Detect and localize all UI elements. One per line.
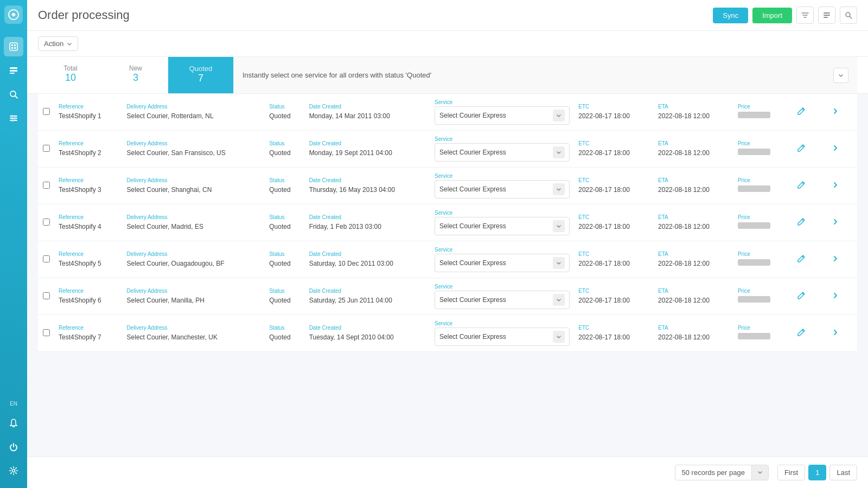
tab-quoted-label: Quoted (179, 65, 222, 73)
main-content: Order processing Sync Import (27, 0, 868, 488)
edit-button-6[interactable] (793, 327, 810, 341)
sidebar-gear[interactable] (4, 461, 23, 480)
detail-arrow-4[interactable] (827, 253, 844, 267)
status-label: Status (269, 214, 300, 220)
tab-total[interactable]: Total 10 (38, 57, 103, 93)
service-dropdown-2[interactable]: Select Courier Express (435, 180, 570, 198)
row-checkbox-4[interactable] (43, 255, 50, 262)
date-created-value: Saturday, 25 Jun 2011 04:00 (309, 297, 392, 304)
etc-cell: ETC 2022-08-17 18:00 (574, 131, 654, 168)
row-checkbox-2[interactable] (43, 182, 50, 189)
reference-value: Test4Shopify 7 (59, 333, 101, 341)
first-page-btn[interactable]: First (777, 465, 805, 480)
edit-button-3[interactable] (793, 216, 810, 230)
detail-arrow-2[interactable] (827, 179, 844, 193)
records-per-page[interactable]: 50 records per page (675, 465, 769, 480)
reference-cell: Reference Test4Shopify 3 (54, 168, 123, 204)
service-value: Select Courier Express (439, 222, 506, 230)
price-cell: Price (733, 168, 788, 204)
service-dropdown-1[interactable]: Select Courier Express (435, 143, 570, 162)
records-dropdown-arrow[interactable] (751, 465, 768, 480)
edit-cell (788, 94, 823, 131)
reference-label: Reference (59, 214, 118, 220)
sidebar-item-home[interactable] (4, 37, 23, 56)
search-icon-btn[interactable] (840, 7, 857, 24)
tab-new[interactable]: New 3 (103, 57, 168, 93)
service-dropdown-arrow[interactable] (553, 220, 565, 232)
detail-arrow-0[interactable] (827, 106, 844, 119)
service-cell: Service Select Courier Express (430, 278, 574, 315)
tab-quoted[interactable]: Quoted 7 (168, 57, 233, 93)
service-dropdown-6[interactable]: Select Courier Express (435, 328, 570, 346)
date-created-label: Date Created (309, 214, 426, 220)
filter-icon-btn[interactable] (796, 7, 814, 24)
sidebar-language[interactable]: EN (10, 401, 17, 407)
svg-rect-7 (10, 70, 17, 72)
sidebar-item-search[interactable] (4, 85, 23, 104)
sidebar-notifications[interactable] (4, 413, 23, 433)
edit-button-2[interactable] (793, 179, 810, 193)
etc-label: ETC (578, 104, 649, 110)
sidebar-item-settings[interactable] (4, 108, 23, 128)
page-1-btn[interactable]: 1 (808, 465, 826, 480)
row-checkbox-1[interactable] (43, 145, 50, 152)
eta-value: 2022-08-18 12:00 (658, 112, 710, 120)
detail-arrow-3[interactable] (827, 216, 844, 230)
sync-button[interactable]: Sync (713, 8, 748, 23)
status-cell: Status Quoted (265, 278, 304, 315)
date-created-label: Date Created (309, 251, 426, 257)
detail-arrow-5[interactable] (827, 290, 844, 304)
eta-label: ETA (658, 177, 729, 183)
service-dropdown-0[interactable]: Select Courier Express (435, 106, 570, 125)
delivery-address-label: Delivery Address (127, 140, 261, 146)
detail-arrow-1[interactable] (827, 143, 844, 156)
date-created-value: Monday, 19 Sept 2011 04:00 (309, 149, 392, 157)
row-checkbox-5[interactable] (43, 292, 50, 299)
reference-label: Reference (59, 104, 118, 110)
etc-cell: ETC 2022-08-17 18:00 (574, 168, 654, 204)
service-dropdown-arrow[interactable] (553, 257, 565, 269)
service-dropdown-3[interactable]: Select Courier Express (435, 217, 570, 235)
list-icon-btn[interactable] (818, 7, 835, 24)
etc-cell: ETC 2022-08-17 18:00 (574, 94, 654, 131)
service-dropdown-arrow[interactable] (553, 294, 565, 306)
delivery-address-value: Select Courier, Shanghai, CN (127, 186, 212, 194)
action-dropdown[interactable]: Action (38, 36, 78, 51)
row-checkbox-6[interactable] (43, 329, 50, 336)
service-cell: Service Select Courier Express (430, 315, 574, 352)
row-checkbox-cell (38, 278, 54, 315)
service-value: Select Courier Express (439, 112, 506, 119)
last-page-btn[interactable]: Last (829, 465, 857, 480)
sidebar-item-orders[interactable] (4, 61, 23, 80)
svg-point-13 (12, 470, 15, 472)
sidebar-logo[interactable] (4, 5, 23, 24)
service-dropdown-arrow[interactable] (553, 110, 565, 121)
etc-label: ETC (578, 214, 649, 220)
row-checkbox-3[interactable] (43, 219, 50, 226)
date-created-cell: Date Created Thursday, 16 May 2013 04:00 (305, 168, 430, 204)
row-checkbox-0[interactable] (43, 108, 50, 115)
edit-button-5[interactable] (793, 290, 810, 304)
service-dropdown-arrow[interactable] (553, 146, 565, 158)
service-dropdown-4[interactable]: Select Courier Express (435, 254, 570, 272)
eta-label: ETA (658, 251, 729, 257)
price-label: Price (738, 288, 784, 294)
service-dropdown-5[interactable]: Select Courier Express (435, 291, 570, 309)
edit-button-0[interactable] (793, 106, 810, 119)
import-button[interactable]: Import (752, 8, 792, 23)
etc-label: ETC (578, 325, 649, 331)
price-value-blurred (738, 185, 770, 192)
detail-arrow-6[interactable] (827, 327, 844, 341)
pagination: 50 records per page First 1 Last (27, 457, 868, 488)
edit-button-1[interactable] (793, 143, 810, 156)
table-row: Reference Test4Shopify 2 Delivery Addres… (38, 131, 857, 168)
sidebar-power[interactable] (4, 437, 23, 457)
service-dropdown-arrow[interactable] (553, 331, 565, 343)
delivery-address-value: Select Courier, Rotterdam, NL (127, 112, 214, 120)
edit-button-4[interactable] (793, 253, 810, 267)
tab-quoted-count: 7 (179, 73, 222, 84)
detail-cell (822, 131, 857, 168)
quoted-service-dropdown-btn[interactable] (833, 68, 848, 83)
detail-cell (822, 204, 857, 241)
service-dropdown-arrow[interactable] (553, 183, 565, 195)
